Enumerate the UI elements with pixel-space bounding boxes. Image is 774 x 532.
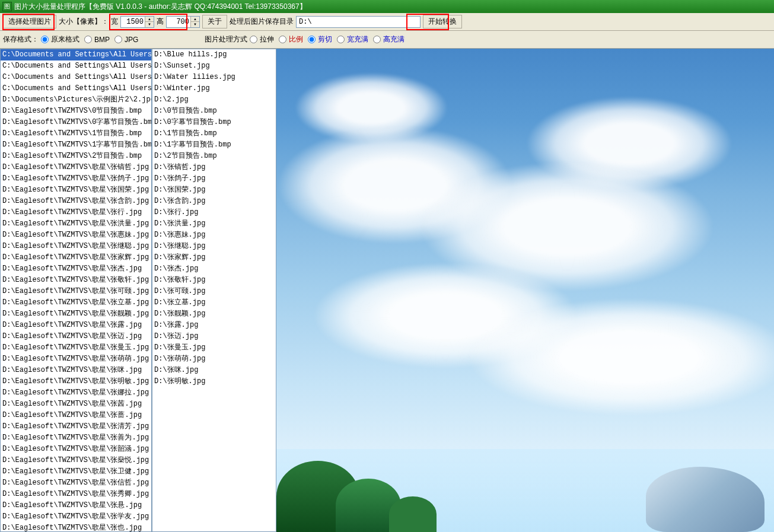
format-bmp-radio[interactable]: BMP [84,36,110,44]
toolbar-secondary: 保存格式： 原来格式 BMP JPG 图片处理方式 拉伸 比例 剪切 宽充满 高… [0,31,774,49]
width-up-icon[interactable]: ▲ [145,17,154,23]
save-dir-input[interactable] [296,16,421,28]
process-ratio-radio[interactable]: 比例 [279,34,303,44]
width-label: 宽 [111,17,118,27]
titlebar: 图 图片大小批量处理程序【免费版 V1.0.0.3 - author:吴志辉 Q… [0,0,774,13]
height-down-icon[interactable]: ▼ [191,22,199,27]
process-wfull-radio[interactable]: 宽充满 [337,34,368,44]
height-up-icon[interactable]: ▲ [191,17,199,23]
window-title: 图片大小批量处理程序【免费版 V1.0.0.3 - author:吴志辉 QQ:… [14,2,307,12]
process-crop-radio[interactable]: 剪切 [308,34,332,44]
size-label: 大小【像素】： [59,17,109,27]
height-input[interactable] [167,17,190,27]
height-spinner[interactable]: ▲ ▼ [166,16,200,28]
format-label: 保存格式： [3,34,39,44]
process-hfull-label: 高充满 [383,34,404,44]
width-input[interactable] [121,17,145,27]
format-bmp-label: BMP [94,36,110,44]
width-spinner[interactable]: ▲ ▼ [120,16,154,28]
toolbar-primary: 选择处理图片 大小【像素】： 宽 ▲ ▼ 高 ▲ ▼ 关于 处理后图片保存目录 … [0,13,774,31]
process-stretch-label: 拉伸 [260,34,274,44]
height-label: 高 [157,17,164,27]
process-stretch-radio[interactable]: 拉伸 [250,34,274,44]
start-convert-button[interactable]: 开始转换 [423,15,462,28]
about-button[interactable]: 关于 [202,15,227,28]
select-images-button[interactable]: 选择处理图片 [3,15,56,28]
process-wfull-label: 宽充满 [347,34,368,44]
save-dir-label: 处理后图片保存目录 [230,17,294,27]
format-jpg-label: JPG [125,36,138,44]
process-label: 图片处理方式 [205,34,247,44]
width-down-icon[interactable]: ▼ [145,22,154,27]
format-original-label: 原来格式 [51,34,79,44]
format-jpg-radio[interactable]: JPG [114,36,138,44]
format-original-radio[interactable]: 原来格式 [41,34,79,44]
process-crop-label: 剪切 [318,34,332,44]
app-icon: 图 [2,2,12,11]
process-hfull-radio[interactable]: 高充满 [373,34,404,44]
process-ratio-label: 比例 [289,34,303,44]
